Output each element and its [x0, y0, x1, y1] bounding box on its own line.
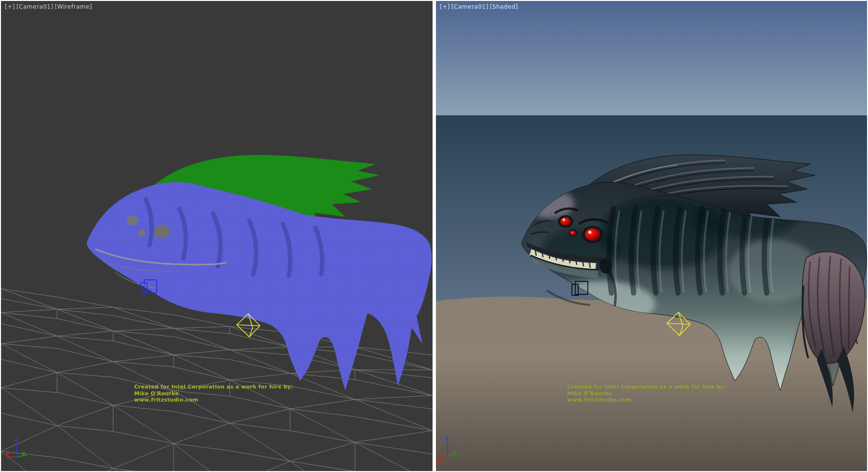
viewport-shading-menu[interactable]: [Wireframe]: [55, 3, 92, 10]
axis-x-label: X: [437, 459, 441, 465]
viewport-canvas-wireframe[interactable]: XyZ: [1, 1, 433, 471]
viewport-general-menu[interactable]: [+]: [440, 3, 450, 10]
viewport-canvas-shaded[interactable]: XyZ: [436, 1, 867, 471]
fish-eye: [138, 230, 146, 236]
fish-eye: [585, 228, 600, 241]
axis-z-label: Z: [445, 436, 448, 442]
fish-eye: [570, 231, 576, 236]
viewport-shaded[interactable]: XyZ [+][Camera01][Shaded] Created for In…: [436, 1, 867, 471]
viewport-general-menu[interactable]: [+]: [5, 3, 15, 10]
viewport-pov-menu[interactable]: [Camera01]: [16, 3, 54, 10]
viewport-label: [+][Camera01][Wireframe]: [5, 3, 94, 10]
viewport-shading-menu[interactable]: [Shaded]: [490, 3, 518, 10]
fish-eye: [127, 216, 138, 225]
axis-y-label: y: [453, 449, 456, 455]
fish-eye: [154, 225, 170, 238]
axis-x-label: X: [6, 451, 10, 456]
fish-eye: [560, 217, 571, 226]
sky: [436, 1, 867, 116]
viewport-pov-menu[interactable]: [Camera01]: [451, 3, 488, 10]
viewport-grid: XyZ [+][Camera01][Wireframe] Created for…: [0, 0, 868, 472]
axis-z-label: Z: [14, 437, 18, 443]
viewport-wireframe[interactable]: XyZ [+][Camera01][Wireframe] Created for…: [1, 1, 433, 471]
axis-y-label: y: [22, 450, 26, 456]
viewport-label: [+][Camera01][Shaded]: [440, 3, 519, 10]
